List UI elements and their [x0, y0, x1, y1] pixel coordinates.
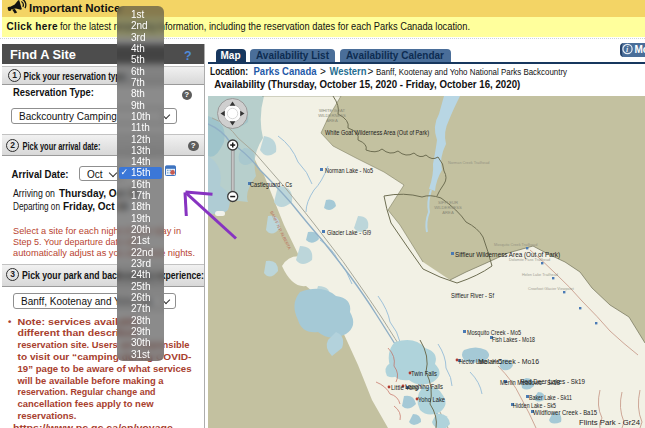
svg-text:Find A Site: Find A Site — [10, 48, 76, 62]
svg-text:AREA: AREA — [442, 210, 454, 215]
svg-text:Pick your reservation type:: Pick your reservation type: — [24, 70, 128, 81]
svg-text:cancellation fees apply to new: cancellation fees apply to new — [18, 398, 155, 409]
svg-text:Reservation Type:: Reservation Type: — [13, 87, 94, 98]
svg-text:Laughing Falls: Laughing Falls — [405, 383, 444, 391]
svg-text:Wildflower Creek - Ba15: Wildflower Creek - Ba15 — [533, 409, 597, 416]
svg-text:reservation site. Users are re: reservation site. Users are responsible — [18, 339, 190, 350]
svg-text:Departing on: Departing on — [13, 201, 60, 212]
svg-text:Location:: Location: — [210, 66, 248, 77]
svg-text:Click here: Click here — [7, 21, 58, 32]
svg-text:Pick your arrival date:: Pick your arrival date: — [23, 141, 101, 152]
svg-text:Siffleur Wilderness Area (Out: Siffleur Wilderness Area (Out of Park) — [455, 251, 560, 259]
svg-text:?: ? — [184, 48, 192, 62]
svg-text:Molar Creek - Mo16: Molar Creek - Mo16 — [478, 358, 539, 365]
svg-text:Red Deer Lakes - Sk19: Red Deer Lakes - Sk19 — [520, 378, 585, 385]
svg-text:will be available before makin: will be available before making a — [17, 375, 165, 386]
svg-text:>: > — [368, 66, 374, 77]
svg-text:https://www.pc.gc.ca/en/voyage: https://www.pc.gc.ca/en/voyage — [13, 422, 173, 428]
svg-text:Mo: Mo — [635, 44, 645, 55]
svg-text:reservation. Regular change an: reservation. Regular change and — [18, 386, 156, 397]
svg-text:Mosquito Creek Trailhead: Mosquito Creek Trailhead — [494, 243, 537, 247]
svg-text:Parks Canada: Parks Canada — [254, 66, 317, 77]
svg-text:Flints Park - Gr24: Flints Park - Gr24 — [579, 419, 640, 426]
svg-text:Western: Western — [330, 66, 367, 77]
svg-text:Arrival Date:: Arrival Date: — [12, 169, 69, 180]
svg-text:Banff, Kootenay and Yoho Natio: Banff, Kootenay and Yoho National Parks … — [376, 66, 567, 77]
svg-text:Twin Falls: Twin Falls — [411, 370, 438, 377]
svg-text:Glacier Lake - Gl9: Glacier Lake - Gl9 — [327, 229, 371, 236]
svg-text:Hidden Lake - Sk5: Hidden Lake - Sk5 — [513, 402, 556, 409]
svg-text:Norman Lake - No5: Norman Lake - No5 — [325, 167, 373, 174]
svg-text:automatically adjust as you ad: automatically adjust as you add more nig… — [13, 248, 195, 258]
svg-text:Norman Creek Trailhead: Norman Creek Trailhead — [448, 161, 489, 165]
svg-text:White Goat Wilderness Area (Ou: White Goat Wilderness Area (Out of Park) — [325, 129, 429, 137]
svg-text:Helen Lake Trailhead: Helen Lake Trailhead — [522, 273, 558, 277]
svg-text:Baker Lake - Sk11: Baker Lake - Sk11 — [529, 394, 572, 401]
svg-text:Siffleur River - Sf: Siffleur River - Sf — [451, 292, 494, 299]
svg-text:Yoho Lake: Yoho Lake — [418, 396, 445, 403]
svg-text:to visit our “camping during C: to visit our “camping during COVID- — [18, 351, 192, 362]
svg-text:i: i — [626, 45, 629, 54]
svg-text:19” page to be aware of what s: 19” page to be aware of what services — [18, 363, 192, 374]
svg-text:•: • — [8, 316, 12, 327]
svg-text:Castleguard - Cs: Castleguard - Cs — [250, 181, 292, 189]
svg-text:>: > — [320, 66, 326, 77]
svg-text:Fish Lakes - Mo18: Fish Lakes - Mo18 — [492, 336, 535, 343]
svg-text:Arriving on: Arriving on — [13, 188, 55, 199]
svg-text:reservations.: reservations. — [18, 410, 77, 421]
svg-text:Pick your park and backcountry: Pick your park and backcountry experienc… — [22, 270, 204, 281]
svg-text:Crowfoot Glacier Viewpoint: Crowfoot Glacier Viewpoint — [528, 287, 575, 291]
svg-text:AREA: AREA — [326, 118, 338, 123]
svg-text:Availability (Thursday, Octobe: Availability (Thursday, October 15, 2020… — [214, 79, 520, 90]
svg-text:Dolomite Pass Trailhead: Dolomite Pass Trailhead — [509, 258, 550, 262]
